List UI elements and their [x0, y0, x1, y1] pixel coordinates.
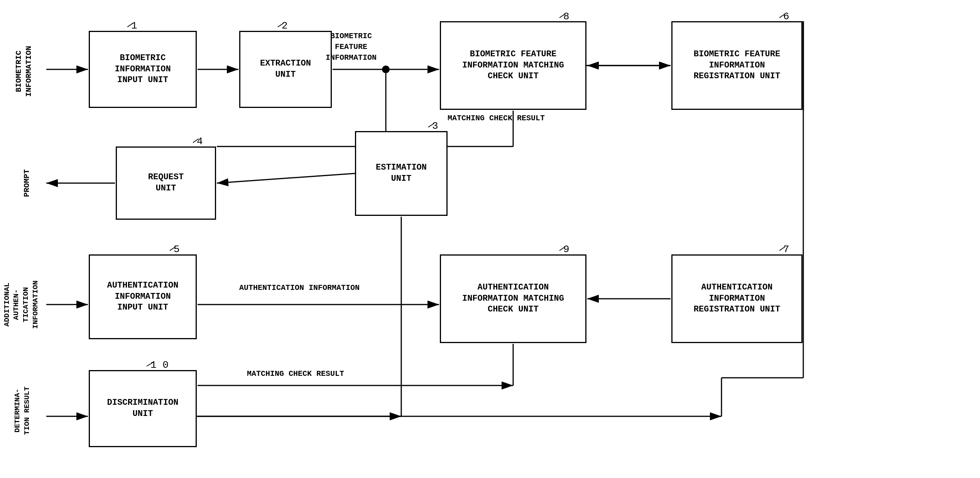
svg-line-37 [170, 247, 176, 251]
label-biometric-feature-info: BIOMETRICFEATUREINFORMATION [313, 31, 390, 63]
tick2 [276, 21, 291, 29]
box1-label: BIOMETRICINFORMATIONINPUT UNIT [115, 53, 171, 86]
tick7 [777, 245, 793, 303]
box2-label: EXTRACTIONUNIT [260, 58, 311, 80]
box-biometric-input: BIOMETRICINFORMATIONINPUT UNIT [89, 31, 197, 108]
diagram: BIOMETRICINFORMATIONINPUT UNIT 1 EXTRACT… [0, 0, 980, 478]
svg-line-35 [428, 123, 434, 127]
box8-label: BIOMETRIC FEATUREINFORMATION MATCHINGCHE… [462, 49, 564, 82]
side-label-additional: ADDITIONALAUTHEN-TICATIONINFORMATION [6, 254, 37, 355]
label-auth-info: AUTHENTICATION INFORMATION [239, 283, 360, 292]
tick8 [558, 12, 573, 20]
box-request: REQUESTUNIT [116, 146, 216, 220]
label-matching-result-bottom: MATCHING CHECK RESULT [247, 369, 344, 378]
box-auth-input: AUTHENTICATIONINFORMATIONINPUT UNIT [89, 254, 197, 339]
side-label-biometric: BIOMETRICINFORMATION [8, 31, 39, 112]
svg-line-36 [193, 139, 199, 143]
box-biometric-matching: BIOMETRIC FEATUREINFORMATION MATCHINGCHE… [440, 21, 586, 110]
box-biometric-registration: BIOMETRIC FEATUREINFORMATIONREGISTRATION… [671, 21, 803, 110]
svg-line-34 [779, 14, 785, 18]
tick1 [125, 21, 141, 29]
box-auth-matching: AUTHENTICATIONINFORMATION MATCHINGCHECK … [440, 254, 586, 343]
box6-label: BIOMETRIC FEATUREINFORMATIONREGISTRATION… [694, 49, 780, 82]
box9-label: AUTHENTICATIONINFORMATION MATCHINGCHECK … [462, 282, 564, 315]
svg-line-40 [147, 362, 153, 366]
box10-label: DISCRIMINATIONUNIT [107, 397, 179, 419]
svg-point-5 [382, 66, 390, 73]
svg-line-39 [779, 247, 785, 251]
label-matching-result-top: MATCHING CHECK RESULT [448, 114, 545, 123]
tick10 [145, 360, 162, 368]
svg-line-31 [127, 23, 133, 27]
box5-label: AUTHENTICATIONINFORMATIONINPUT UNIT [107, 280, 179, 313]
tick9 [558, 245, 573, 252]
tick6 [777, 12, 793, 20]
side-label-prompt: PROMPT [12, 150, 42, 216]
tick4 [191, 137, 206, 145]
box4-label: REQUESTUNIT [148, 172, 184, 194]
svg-line-14 [217, 173, 354, 183]
box-discrimination: DISCRIMINATIONUNIT [89, 370, 197, 447]
box3-label: ESTIMATIONUNIT [376, 162, 427, 184]
box-estimation: ESTIMATIONUNIT [355, 131, 448, 216]
box7-label: AUTHENTICATIONINFORMATIONREGISTRATION UN… [694, 282, 780, 315]
svg-line-32 [278, 23, 284, 27]
tick3 [426, 121, 442, 129]
side-label-determination: DETERMINA-TION RESULT [7, 370, 38, 451]
svg-line-38 [559, 247, 565, 251]
tick5 [168, 245, 183, 252]
svg-line-33 [559, 14, 565, 18]
